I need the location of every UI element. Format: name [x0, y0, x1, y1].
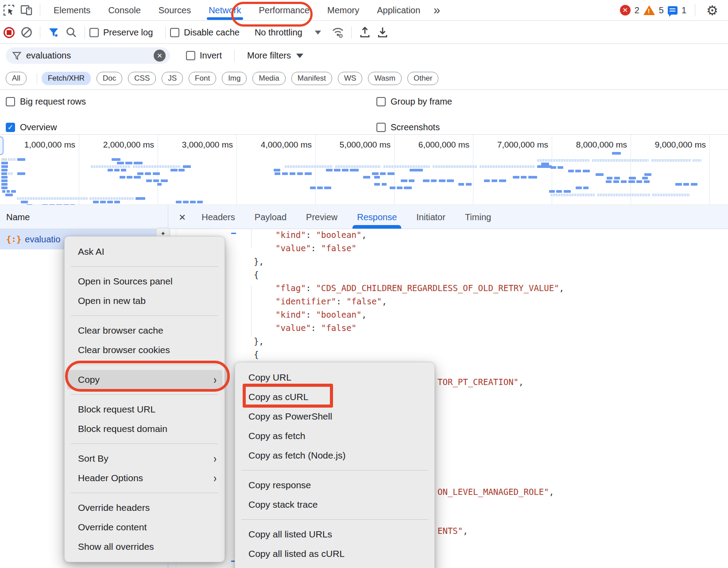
- waterfall-bar: [56, 204, 62, 205]
- waterfall-bar: [556, 190, 562, 193]
- main-tab-sources[interactable]: Sources: [150, 0, 200, 20]
- menu-item-open-in-sources-panel[interactable]: Open in Sources panel: [65, 272, 225, 291]
- warning-icon[interactable]: !: [643, 5, 655, 15]
- detail-tab-response[interactable]: Response: [347, 206, 407, 229]
- clear-filter-icon[interactable]: ✕: [154, 50, 166, 62]
- close-detail-icon[interactable]: ×: [168, 210, 192, 224]
- menu-item-copy-all-listed-urls[interactable]: Copy all listed URLs: [235, 525, 434, 544]
- waterfall-bar: [17, 197, 88, 200]
- chip-other[interactable]: Other: [407, 72, 439, 85]
- overview-drag-handle[interactable]: [0, 136, 4, 155]
- filter-input[interactable]: evaluations ✕: [6, 47, 170, 64]
- waterfall-bar: [290, 172, 295, 175]
- chip-font[interactable]: Font: [189, 72, 216, 85]
- menu-item-block-request-domain[interactable]: Block request domain: [65, 419, 225, 439]
- menu-item-clear-browser-cookies[interactable]: Clear browser cookies: [65, 340, 225, 360]
- menu-item-copy-as-fetch-node-js-[interactable]: Copy as fetch (Node.js): [235, 446, 434, 465]
- more-filters-button[interactable]: More filters: [247, 51, 291, 61]
- more-panels-icon[interactable]: »: [429, 4, 445, 17]
- screenshots-checkbox[interactable]: [376, 123, 386, 132]
- menu-item-ask-ai[interactable]: Ask AI: [65, 242, 225, 261]
- inspect-element-icon[interactable]: [0, 1, 18, 19]
- detail-tab-preview[interactable]: Preview: [296, 206, 347, 229]
- menu-item-copy-stack-trace[interactable]: Copy stack trace: [235, 495, 434, 514]
- group-by-frame-checkbox[interactable]: [376, 97, 386, 106]
- waterfall-bar: [636, 180, 642, 183]
- chip-doc[interactable]: Doc: [97, 72, 122, 85]
- menu-item-copy-all-listed-as-curl[interactable]: Copy all listed as cURL: [235, 544, 434, 564]
- menu-item-label: Copy all listed URLs: [248, 529, 332, 540]
- error-icon[interactable]: ✕: [620, 5, 631, 16]
- main-tab-memory[interactable]: Memory: [318, 0, 368, 20]
- json-punctuation: },: [254, 257, 264, 266]
- menu-item-copy-as-curl[interactable]: Copy as cURL: [235, 387, 434, 407]
- group-by-frame-label: Group by frame: [391, 97, 452, 107]
- chip-fetch-xhr[interactable]: Fetch/XHR: [42, 72, 91, 85]
- network-conditions-icon[interactable]: [329, 23, 347, 41]
- main-tab-elements[interactable]: Elements: [45, 0, 99, 20]
- waterfall-bar: [8, 158, 16, 161]
- menu-item-copy-url[interactable]: Copy URL: [235, 368, 434, 387]
- menu-item-copy-as-powershell[interactable]: Copy as PowerShell: [235, 407, 434, 426]
- waterfall-bar: [275, 172, 280, 175]
- waterfall-bar: [621, 180, 627, 183]
- menu-item-header-options[interactable]: Header Options›: [65, 468, 225, 488]
- menu-item-override-content[interactable]: Override content: [65, 517, 225, 537]
- menu-item-clear-browser-cache[interactable]: Clear browser cache: [65, 321, 225, 340]
- throttling-select[interactable]: No throttling: [255, 27, 302, 38]
- export-har-icon[interactable]: [374, 23, 391, 41]
- menu-separator: [71, 365, 218, 365]
- detail-tab-timing[interactable]: Timing: [455, 206, 501, 229]
- main-tab-console[interactable]: Console: [99, 0, 149, 20]
- menu-item-copy-response[interactable]: Copy response: [235, 475, 434, 495]
- import-har-icon[interactable]: [356, 23, 374, 41]
- menu-item-copy[interactable]: Copy›: [67, 370, 222, 389]
- menu-item-block-request-url[interactable]: Block request URL: [65, 400, 225, 419]
- menu-item-copy-as-fetch[interactable]: Copy as fetch: [235, 426, 434, 446]
- waterfall-bar: [27, 204, 32, 205]
- main-tab-network[interactable]: Network: [200, 0, 250, 20]
- chip-js[interactable]: JS: [162, 72, 183, 85]
- network-overview-timeline[interactable]: 1,000,000 ms2,000,000 ms3,000,000 ms4,00…: [0, 134, 728, 205]
- overview-checkbox[interactable]: ✓: [6, 123, 15, 132]
- code-line-fragment: ENTS",: [438, 524, 468, 537]
- waterfall-bar: [1, 169, 8, 171]
- invert-checkbox[interactable]: [186, 51, 195, 60]
- clear-network-log-button[interactable]: [18, 23, 35, 41]
- menu-item-copy-all-listed-as-powershell[interactable]: Copy all listed as PowerShell: [235, 564, 434, 568]
- chip-all[interactable]: All: [6, 72, 27, 85]
- chip-manifest[interactable]: Manifest: [291, 72, 332, 85]
- detail-tab-headers[interactable]: Headers: [192, 206, 245, 229]
- main-tab-application[interactable]: Application: [368, 0, 429, 20]
- waterfall-bar: [1, 172, 7, 175]
- filter-icon[interactable]: [45, 23, 62, 41]
- throttling-dropdown-icon[interactable]: [315, 31, 321, 35]
- settings-gear-icon[interactable]: ⚙: [706, 3, 718, 18]
- main-tab-performance[interactable]: Performance: [250, 0, 319, 20]
- disable-cache-checkbox[interactable]: [170, 28, 179, 37]
- name-column-header[interactable]: Name: [0, 212, 168, 222]
- chip-img[interactable]: Img: [222, 72, 247, 85]
- detail-tab-initiator[interactable]: Initiator: [407, 206, 455, 229]
- waterfall-bar: [642, 177, 648, 179]
- chip-css[interactable]: CSS: [128, 72, 156, 85]
- search-icon[interactable]: [62, 23, 80, 41]
- chip-ws[interactable]: WS: [338, 72, 362, 85]
- more-filters-dropdown-icon[interactable]: [296, 54, 303, 58]
- record-network-log-button[interactable]: [0, 23, 18, 41]
- menu-item-open-in-new-tab[interactable]: Open in new tab: [65, 291, 225, 311]
- json-string: ENTS": [438, 526, 463, 536]
- menu-item-show-all-overrides[interactable]: Show all overrides: [65, 537, 225, 556]
- device-toolbar-icon[interactable]: [18, 1, 35, 19]
- menu-item-override-headers[interactable]: Override headers: [65, 498, 225, 517]
- message-count: 1: [682, 5, 686, 16]
- chip-wasm[interactable]: Wasm: [368, 72, 402, 85]
- waterfall-bar: [70, 204, 75, 205]
- big-request-rows-checkbox[interactable]: [6, 97, 15, 106]
- detail-tab-payload[interactable]: Payload: [245, 206, 296, 229]
- chip-media[interactable]: Media: [252, 72, 285, 85]
- preserve-log-checkbox[interactable]: [89, 28, 99, 37]
- code-fold-icon[interactable]: −: [231, 231, 236, 236]
- menu-item-sort-by[interactable]: Sort By›: [65, 449, 225, 468]
- message-icon[interactable]: [668, 6, 678, 15]
